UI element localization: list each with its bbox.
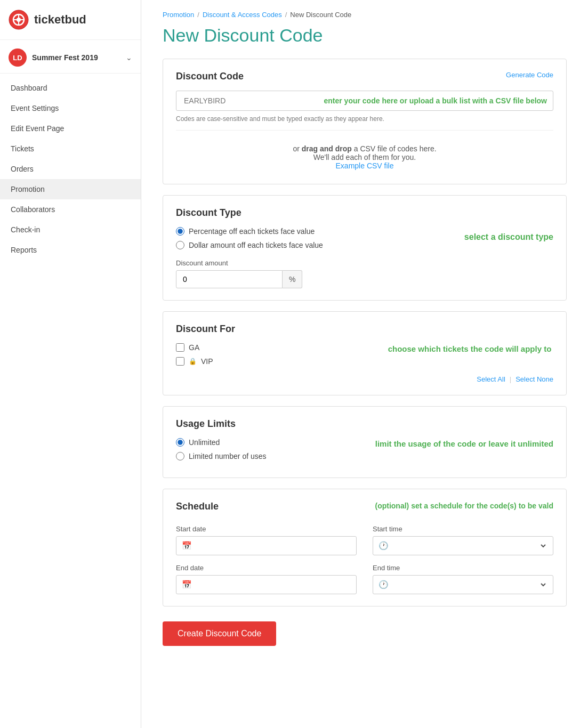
sidebar-item-dashboard[interactable]: Dashboard	[0, 78, 141, 98]
end-time-label: End time	[373, 564, 553, 572]
ga-label: GA	[189, 343, 199, 352]
calendar-icon-start: 📅	[182, 541, 192, 551]
sidebar-item-edit-event-page[interactable]: Edit Event Page	[0, 118, 141, 139]
breadcrumb-promotion[interactable]: Promotion	[163, 11, 194, 19]
end-date-label: End date	[176, 564, 357, 572]
divider	[176, 130, 553, 131]
page-title: New Discount Code	[163, 25, 567, 46]
select-none-link[interactable]: Select None	[515, 375, 553, 383]
start-time-label: Start time	[373, 525, 553, 533]
amount-input-row: %	[176, 270, 553, 288]
drag-drop-suffix: a CSV file of codes here.	[352, 144, 437, 153]
ga-checkbox-row: GA	[176, 343, 365, 352]
discount-amount-input[interactable]	[176, 270, 283, 288]
breadcrumb: Promotion / Discount & Access Codes / Ne…	[163, 11, 567, 19]
vip-checkbox-row: 🔒 VIP	[176, 357, 365, 366]
breadcrumb-discount-access[interactable]: Discount & Access Codes	[203, 11, 282, 19]
event-name: Summer Fest 2019	[32, 53, 126, 62]
sidebar-header: ticketbud	[0, 0, 141, 40]
end-date-input-wrap[interactable]: 📅	[176, 575, 357, 594]
vip-label: VIP	[201, 357, 213, 366]
start-date-label: Start date	[176, 525, 357, 533]
drag-drop-bold: drag and drop	[302, 144, 352, 153]
start-date-field: Start date 📅	[176, 525, 357, 555]
usage-limits-card: Usage Limits Unlimited Limited number of…	[163, 406, 567, 478]
main-content: Promotion / Discount & Access Codes / Ne…	[141, 0, 588, 728]
amount-suffix: %	[283, 270, 302, 288]
usage-hint: limit the usage of the code or leave it …	[365, 439, 553, 448]
vip-checkbox[interactable]	[176, 357, 184, 366]
percentage-option-row: Percentage off each tickets face value	[176, 227, 454, 236]
schedule-hint: (optional) set a schedule for the code(s…	[375, 501, 554, 512]
dollar-option-row: Dollar amount off each tickets face valu…	[176, 241, 454, 249]
dollar-radio[interactable]	[176, 241, 184, 249]
sidebar-item-event-settings[interactable]: Event Settings	[0, 98, 141, 118]
unlimited-label: Unlimited	[189, 438, 220, 447]
event-avatar: LD	[9, 48, 27, 67]
calendar-icon-end: 📅	[182, 580, 192, 589]
bulk-note: We'll add each of them for you.	[176, 153, 553, 161]
discount-code-input[interactable]	[176, 91, 553, 111]
end-date-field: End date 📅	[176, 564, 357, 594]
select-links: Select All | Select None	[176, 375, 553, 383]
discount-code-card: Generate Code Discount Code enter your c…	[163, 59, 567, 184]
example-csv-link[interactable]: Example CSV file	[336, 161, 394, 170]
start-date-input[interactable]	[196, 541, 351, 550]
clock-icon-start: 🕐	[378, 541, 389, 551]
sidebar-item-tickets[interactable]: Tickets	[0, 139, 141, 159]
end-time-select[interactable]: 12:00 AM 1:00 AM 6:00 AM 12:00 PM	[392, 580, 547, 589]
logo-text: ticketbud	[34, 13, 86, 27]
discount-type-card: Discount Type Percentage off each ticket…	[163, 195, 567, 301]
ticketbud-logo-icon	[9, 10, 29, 30]
start-time-field: Start time 🕐 12:00 AM 1:00 AM 6:00 AM 12…	[373, 525, 553, 555]
discount-for-card: Discount For GA 🔒 VIP choose which ticke…	[163, 311, 567, 395]
discount-for-title: Discount For	[176, 323, 553, 335]
percentage-radio[interactable]	[176, 227, 184, 236]
breadcrumb-sep-2: /	[285, 11, 287, 19]
schedule-header-row: Schedule (optional) set a schedule for t…	[176, 501, 553, 521]
end-date-input[interactable]	[196, 580, 351, 589]
discount-amount-label: Discount amount	[176, 259, 553, 267]
discount-type-title: Discount Type	[176, 207, 553, 219]
sidebar-item-orders[interactable]: Orders	[0, 159, 141, 179]
sidebar-item-collaborators[interactable]: Collaborators	[0, 199, 141, 220]
drag-drop-area: or drag and drop a CSV file of codes her…	[176, 138, 553, 172]
start-time-input-wrap[interactable]: 🕐 12:00 AM 1:00 AM 6:00 AM 12:00 PM	[373, 536, 553, 555]
event-selector[interactable]: LD Summer Fest 2019 ⌄	[0, 40, 141, 74]
discount-type-hint: select a discount type	[464, 232, 553, 242]
start-date-input-wrap[interactable]: 📅	[176, 536, 357, 555]
generate-code-link[interactable]: Generate Code	[506, 71, 553, 79]
sidebar-item-promotion[interactable]: Promotion	[0, 179, 141, 199]
chevron-down-icon: ⌄	[126, 53, 132, 62]
select-all-link[interactable]: Select All	[477, 375, 505, 383]
sidebar: ticketbud LD Summer Fest 2019 ⌄ Dashboar…	[0, 0, 141, 728]
percentage-label: Percentage off each tickets face value	[189, 227, 315, 236]
sidebar-item-reports[interactable]: Reports	[0, 240, 141, 260]
breadcrumb-sep-1: /	[197, 11, 199, 19]
case-sensitive-note: Codes are case-sensitive and must be typ…	[176, 115, 553, 123]
select-divider: |	[510, 375, 511, 383]
breadcrumb-current: New Discount Code	[290, 11, 351, 19]
ga-checkbox[interactable]	[176, 343, 184, 352]
usage-radios: Unlimited Limited number of uses	[176, 438, 365, 466]
limited-label: Limited number of uses	[189, 452, 267, 460]
end-time-input-wrap[interactable]: 🕐 12:00 AM 1:00 AM 6:00 AM 12:00 PM	[373, 575, 553, 594]
lock-icon: 🔒	[189, 358, 197, 365]
nav-menu: Dashboard Event Settings Edit Event Page…	[0, 74, 141, 264]
code-input-row: enter your code here or upload a bulk li…	[176, 91, 553, 111]
clock-icon-end: 🕐	[378, 580, 389, 589]
limited-row: Limited number of uses	[176, 452, 365, 460]
drag-drop-prefix: or	[293, 144, 301, 153]
unlimited-row: Unlimited	[176, 438, 365, 447]
unlimited-radio[interactable]	[176, 438, 184, 447]
sidebar-item-check-in[interactable]: Check-in	[0, 220, 141, 240]
schedule-title: Schedule	[176, 501, 219, 512]
schedule-card: Schedule (optional) set a schedule for t…	[163, 489, 567, 606]
create-discount-code-button[interactable]: Create Discount Code	[163, 621, 276, 646]
drag-drop-text: or drag and drop a CSV file of codes her…	[176, 144, 553, 153]
limited-radio[interactable]	[176, 452, 184, 460]
end-time-field: End time 🕐 12:00 AM 1:00 AM 6:00 AM 12:0…	[373, 564, 553, 594]
start-time-select[interactable]: 12:00 AM 1:00 AM 6:00 AM 12:00 PM	[392, 541, 547, 551]
dollar-label: Dollar amount off each tickets face valu…	[189, 241, 323, 249]
usage-limits-title: Usage Limits	[176, 418, 553, 430]
